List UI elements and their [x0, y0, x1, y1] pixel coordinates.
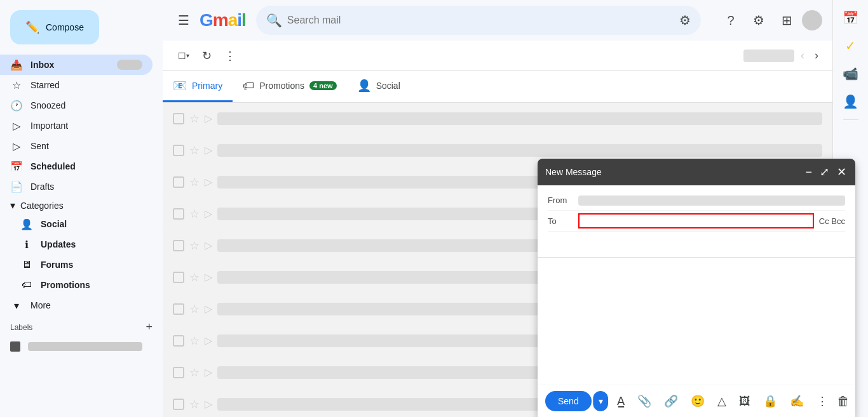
drive-button[interactable]: △	[714, 390, 730, 412]
sidebar-item-scheduled[interactable]: 📅 Scheduled	[0, 156, 153, 176]
compose-button[interactable]: ✏️ Compose	[10, 10, 99, 44]
select-all-checkbox[interactable]: ☐ ▾	[173, 46, 194, 66]
meet-app-button[interactable]: 📹	[838, 61, 864, 86]
label-button[interactable]: ▷	[205, 271, 212, 283]
label-button[interactable]: ▷	[205, 176, 212, 188]
star-button[interactable]: ☆	[189, 112, 200, 126]
email-checkbox[interactable]	[173, 145, 184, 156]
sidebar-item-updates[interactable]: ℹ Updates	[0, 234, 153, 255]
sidebar-item-more[interactable]: ▾ More	[0, 295, 153, 315]
calendar-app-button[interactable]: 📅	[838, 5, 864, 30]
to-field: To Cc Bcc	[548, 211, 845, 232]
menu-icon[interactable]: ☰	[173, 8, 194, 33]
cc-bcc-button[interactable]: Cc Bcc	[819, 216, 845, 226]
search-input[interactable]	[287, 15, 674, 26]
nav-label-snoozed: Snoozed	[31, 100, 142, 110]
label-button[interactable]: ▷	[205, 144, 212, 156]
sidebar-item-social[interactable]: 👤 Social	[0, 214, 153, 234]
email-checkbox[interactable]	[173, 335, 184, 347]
tab-promotions[interactable]: 🏷 Promotions 4 new	[233, 71, 346, 102]
signature-button[interactable]: ✍	[786, 390, 808, 412]
lock-button[interactable]: 🔒	[759, 390, 781, 412]
email-checkbox[interactable]	[173, 208, 184, 220]
refresh-button[interactable]: ↻	[197, 44, 217, 68]
categories-label: Categories	[20, 201, 64, 211]
label-button[interactable]: ▷	[205, 239, 212, 251]
primary-tab-label: Primary	[192, 81, 222, 91]
send-button[interactable]: Send	[545, 391, 592, 411]
tasks-app-button[interactable]: ✓	[838, 33, 864, 58]
inbox-icon: 📥	[10, 59, 23, 71]
new-message-header[interactable]: New Message − ⤢ ✕	[538, 159, 855, 185]
email-checkbox[interactable]	[173, 176, 184, 188]
label-button[interactable]: ▷	[205, 303, 212, 315]
sidebar-item-starred[interactable]: ☆ Starred	[0, 75, 153, 95]
label-button[interactable]: ▷	[205, 334, 212, 347]
add-label-button[interactable]: +	[146, 321, 153, 334]
email-content-placeholder	[217, 144, 822, 157]
categories-header[interactable]: ▾ Categories	[0, 197, 163, 214]
email-checkbox[interactable]	[173, 399, 184, 410]
star-button[interactable]: ☆	[189, 366, 200, 380]
tasks-icon: ✓	[845, 38, 856, 53]
star-button[interactable]: ☆	[189, 207, 200, 221]
sidebar-item-important[interactable]: ▷ Important	[0, 116, 153, 136]
user-avatar[interactable]	[802, 10, 822, 30]
star-button[interactable]: ☆	[189, 397, 200, 411]
email-checkbox[interactable]	[173, 113, 184, 124]
table-row[interactable]: ☆ ▷	[163, 103, 832, 135]
apps-button[interactable]: ⊞	[774, 8, 799, 33]
compose-body[interactable]	[538, 258, 855, 385]
star-button[interactable]: ☆	[189, 302, 200, 316]
star-button[interactable]: ☆	[189, 334, 200, 348]
email-checkbox[interactable]	[173, 272, 184, 283]
contacts-app-button[interactable]: 👤	[838, 89, 864, 114]
labels-label: Labels	[10, 323, 32, 332]
insert-link-button[interactable]: 🔗	[660, 390, 682, 412]
nav-label-forums: Forums	[41, 260, 142, 270]
more-options-button[interactable]: ⋮	[219, 44, 241, 68]
tab-social[interactable]: 👤 Social	[347, 71, 410, 102]
close-button[interactable]: ✕	[836, 164, 848, 180]
sidebar-item-promotions[interactable]: 🏷 Promotions	[0, 275, 153, 295]
email-checkbox[interactable]	[173, 303, 184, 315]
help-button[interactable]: ?	[718, 8, 743, 33]
minimize-button[interactable]: −	[804, 164, 813, 180]
email-checkbox[interactable]	[173, 240, 184, 251]
previous-page-button[interactable]: ‹	[797, 45, 808, 66]
label-button[interactable]: ▷	[205, 208, 212, 220]
insert-photo-button[interactable]: 🖼	[735, 391, 754, 412]
primary-tab-icon: 📧	[173, 79, 187, 93]
sidebar-item-forums[interactable]: 🖥 Forums	[0, 255, 153, 275]
label-button[interactable]: ▷	[205, 366, 212, 378]
search-filter-icon[interactable]: ⚙	[679, 13, 691, 28]
sidebar-label-item[interactable]	[0, 336, 153, 357]
logo-l: l	[241, 10, 246, 30]
next-page-button[interactable]: ›	[811, 45, 822, 66]
label-button[interactable]: ▷	[205, 398, 212, 410]
sidebar-item-drafts[interactable]: 📄 Drafts	[0, 176, 153, 197]
delete-draft-button[interactable]: 🗑	[837, 394, 850, 408]
star-button[interactable]: ☆	[189, 239, 200, 253]
subject-input[interactable]	[548, 237, 845, 247]
tab-primary[interactable]: 📧 Primary	[163, 71, 233, 102]
more-options-footer-button[interactable]: ⋮	[813, 390, 832, 412]
star-button[interactable]: ☆	[189, 143, 200, 157]
emoji-button[interactable]: 🙂	[687, 390, 709, 412]
nav-label-more: More	[31, 300, 142, 310]
expand-button[interactable]: ⤢	[818, 164, 831, 180]
sidebar-item-inbox[interactable]: 📥 Inbox	[0, 55, 153, 75]
star-button[interactable]: ☆	[189, 270, 200, 284]
from-label: From	[548, 195, 573, 205]
to-input[interactable]	[578, 213, 814, 228]
send-dropdown-button[interactable]: ▾	[593, 391, 608, 411]
format-text-button[interactable]: A̲	[613, 390, 628, 412]
sidebar-item-snoozed[interactable]: 🕐 Snoozed	[0, 95, 153, 116]
star-button[interactable]: ☆	[189, 175, 200, 189]
attach-file-button[interactable]: 📎	[634, 390, 655, 412]
sidebar-item-sent[interactable]: ▷ Sent	[0, 136, 153, 156]
promotions-tab-icon: 🏷	[243, 79, 254, 93]
settings-button[interactable]: ⚙	[746, 8, 771, 33]
email-checkbox[interactable]	[173, 367, 184, 378]
label-button[interactable]: ▷	[205, 112, 212, 124]
